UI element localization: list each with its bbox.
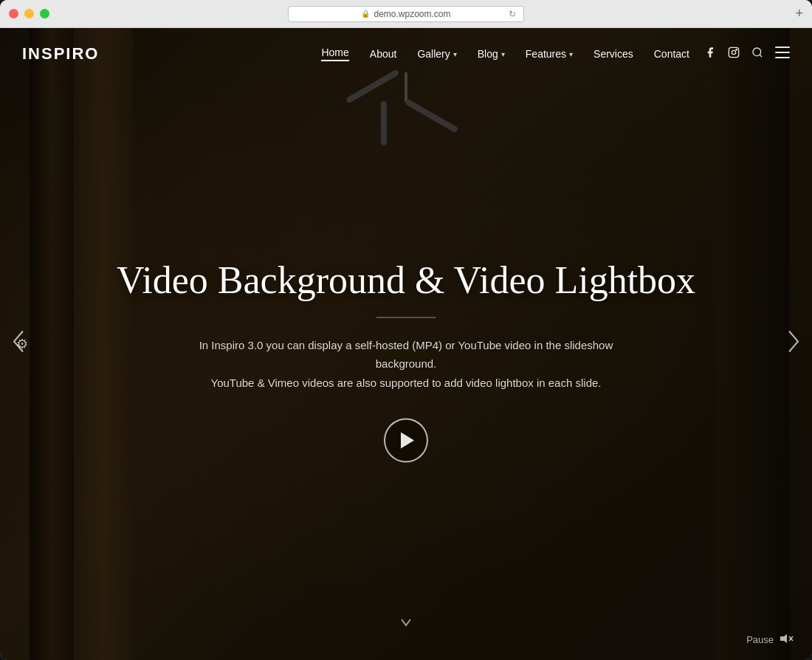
- pause-controls[interactable]: Pause: [746, 633, 794, 647]
- hero-section: ⚙ INSPIRO Home About Gallery ▾ Blog ▾: [0, 28, 812, 660]
- lock-icon: 🔒: [361, 10, 370, 18]
- svg-rect-4: [775, 47, 790, 48]
- browser-content: ⚙ INSPIRO Home About Gallery ▾ Blog ▾: [0, 28, 812, 660]
- hero-subtitle: In Inspiro 3.0 you can display a self-ho…: [170, 335, 642, 391]
- url-text: demo.wpzoom.com: [374, 9, 450, 19]
- gallery-chevron-icon: ▾: [453, 50, 457, 58]
- nav-social-icons: [704, 47, 790, 61]
- nav-item-contact[interactable]: Contact: [654, 48, 689, 60]
- svg-point-3: [753, 48, 761, 56]
- nav-item-about[interactable]: About: [370, 48, 397, 60]
- pause-label: Pause: [746, 634, 774, 645]
- svg-rect-0: [729, 47, 738, 57]
- navbar: INSPIRO Home About Gallery ▾ Blog ▾ Feat…: [0, 28, 812, 80]
- site-logo[interactable]: INSPIRO: [22, 44, 99, 63]
- blog-chevron-icon: ▾: [501, 50, 505, 58]
- instagram-icon[interactable]: [728, 47, 740, 61]
- nav-item-gallery[interactable]: Gallery ▾: [417, 48, 456, 60]
- new-tab-button[interactable]: +: [795, 6, 803, 21]
- facebook-icon[interactable]: [704, 47, 716, 61]
- svg-rect-6: [775, 57, 790, 58]
- close-button[interactable]: [9, 9, 18, 18]
- hero-content: Video Background & Video Lightbox In Ins…: [111, 258, 701, 463]
- svg-point-2: [736, 49, 737, 50]
- scroll-down-arrow[interactable]: [399, 615, 413, 633]
- features-chevron-icon: ▾: [569, 50, 573, 58]
- maximize-button[interactable]: [40, 9, 49, 18]
- hero-title: Video Background & Video Lightbox: [111, 258, 701, 303]
- reload-icon: ↻: [509, 9, 516, 19]
- nav-item-blog[interactable]: Blog ▾: [478, 48, 505, 60]
- mute-icon[interactable]: [780, 633, 794, 647]
- slider-arrow-right[interactable]: [786, 329, 801, 360]
- nav-item-features[interactable]: Features ▾: [526, 48, 573, 60]
- bottom-controls: Pause: [0, 633, 812, 647]
- address-bar[interactable]: 🔒 demo.wpzoom.com ↻: [288, 6, 524, 22]
- nav-item-services[interactable]: Services: [593, 48, 633, 60]
- svg-marker-7: [780, 634, 787, 643]
- nav-item-home[interactable]: Home: [321, 47, 348, 61]
- hamburger-menu-icon[interactable]: [775, 47, 790, 61]
- slider-arrow-left[interactable]: [11, 329, 26, 360]
- search-icon[interactable]: [751, 47, 763, 61]
- play-button[interactable]: [384, 419, 428, 463]
- svg-point-1: [732, 50, 735, 54]
- mac-titlebar: 🔒 demo.wpzoom.com ↻ +: [0, 0, 812, 28]
- svg-rect-5: [775, 52, 790, 53]
- minimize-button[interactable]: [24, 9, 34, 18]
- hero-divider: [376, 317, 436, 317]
- nav-menu: Home About Gallery ▾ Blog ▾ Features ▾ S…: [321, 47, 689, 61]
- mac-window: 🔒 demo.wpzoom.com ↻ + ⚙: [0, 0, 812, 660]
